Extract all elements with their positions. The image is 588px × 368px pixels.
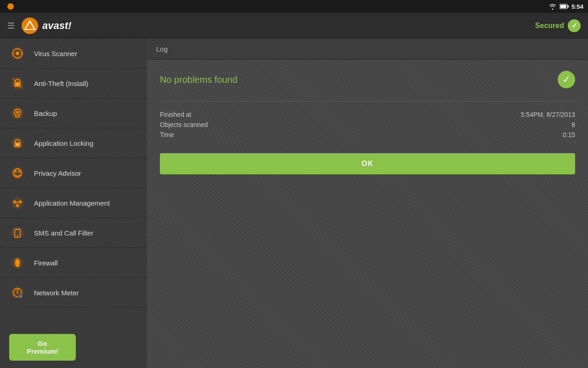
- sidebar-item-label-backup: Backup: [34, 109, 57, 117]
- time-value: 0:15: [563, 131, 575, 138]
- sidebar-item-backup[interactable]: Backup: [0, 98, 147, 128]
- hamburger-menu[interactable]: ☰: [7, 21, 15, 31]
- sidebar-item-firewall[interactable]: Firewall: [0, 248, 147, 278]
- secured-label: Secured: [535, 22, 564, 30]
- time-label: Time: [160, 131, 174, 138]
- secured-check-icon: ✓: [568, 19, 581, 32]
- status-time: 5:54: [571, 3, 583, 10]
- status-bar: 5:54: [0, 0, 588, 13]
- content-area: Log No problems found ✓ Finished at 5:54…: [147, 39, 588, 368]
- content-header: Log: [147, 39, 588, 60]
- wifi-icon: [548, 3, 557, 10]
- main-layout: Virus Scanner Anti-Theft (Install): [0, 39, 588, 368]
- no-problems-row: No problems found ✓: [160, 71, 575, 88]
- app-management-icon: [9, 195, 26, 211]
- content-header-title: Log: [156, 45, 168, 53]
- content-body: No problems found ✓ Finished at 5:54PM, …: [147, 60, 588, 368]
- notification-dot: [7, 3, 14, 10]
- sidebar-item-anti-theft[interactable]: Anti-Theft (Install): [0, 69, 147, 98]
- avast-logo-icon: [21, 17, 39, 34]
- virus-scanner-icon: [9, 45, 26, 62]
- svg-point-26: [18, 171, 21, 173]
- time-row: Time 0:15: [160, 131, 575, 138]
- objects-scanned-row: Objects scanned 8: [160, 121, 575, 128]
- firewall-icon: [9, 254, 26, 271]
- top-bar: ☰ avast! Secured ✓: [0, 13, 588, 39]
- ok-button[interactable]: OK: [160, 153, 575, 174]
- sidebar-item-label-sms-filter: SMS and Call Filter: [34, 229, 93, 237]
- objects-scanned-label: Objects scanned: [160, 121, 208, 128]
- network-meter-icon: i: [9, 284, 26, 301]
- sms-filter-icon: [9, 224, 26, 241]
- go-premium-button[interactable]: Go Premium!: [9, 334, 76, 361]
- divider: [160, 101, 575, 102]
- premium-btn-wrapper: Go Premium!: [0, 327, 147, 368]
- avast-logo: avast!: [21, 17, 72, 34]
- finished-at-label: Finished at: [160, 111, 191, 118]
- svg-point-19: [16, 111, 19, 114]
- svg-point-22: [17, 144, 18, 145]
- sidebar-item-network-meter[interactable]: i Network Meter: [0, 278, 147, 308]
- app-locking-icon: [9, 135, 26, 151]
- sidebar-item-app-locking[interactable]: Application Locking: [0, 128, 147, 158]
- svg-point-25: [15, 171, 17, 173]
- finished-at-row: Finished at 5:54PM, 8/27/2013: [160, 111, 575, 118]
- avast-logo-text: avast!: [42, 20, 72, 32]
- sidebar-item-app-management[interactable]: Application Management: [0, 188, 147, 218]
- svg-text:i: i: [20, 295, 21, 298]
- status-icons: 5:54: [548, 3, 583, 10]
- sidebar-item-virus-scanner[interactable]: Virus Scanner: [0, 39, 147, 69]
- svg-rect-2: [560, 5, 566, 8]
- svg-point-37: [17, 235, 18, 236]
- sidebar-item-privacy-advisor[interactable]: Privacy Advisor: [0, 158, 147, 188]
- sidebar-item-label-firewall: Firewall: [34, 259, 58, 267]
- svg-rect-36: [16, 229, 19, 230]
- backup-icon: [9, 105, 26, 121]
- sidebar-item-label-app-locking: Application Locking: [34, 139, 93, 147]
- svg-point-27: [17, 168, 18, 170]
- finished-at-value: 5:54PM, 8/27/2013: [521, 111, 575, 118]
- sidebar-item-label-virus-scanner: Virus Scanner: [34, 50, 77, 58]
- sidebar: Virus Scanner Anti-Theft (Install): [0, 39, 147, 368]
- sidebar-item-label-app-management: Application Management: [34, 199, 110, 207]
- svg-point-43: [17, 292, 18, 293]
- sidebar-item-label-privacy-advisor: Privacy Advisor: [34, 169, 81, 177]
- battery-icon: [560, 4, 569, 9]
- privacy-advisor-icon: [9, 165, 26, 181]
- objects-scanned-value: 8: [571, 121, 575, 128]
- sidebar-item-label-anti-theft: Anti-Theft (Install): [34, 80, 88, 87]
- no-problems-check-icon: ✓: [558, 71, 575, 88]
- svg-rect-1: [567, 6, 569, 8]
- scan-info-grid: Finished at 5:54PM, 8/27/2013 Objects sc…: [160, 111, 575, 138]
- sidebar-spacer: [0, 308, 147, 327]
- anti-theft-icon: [9, 75, 26, 92]
- sidebar-item-sms-filter[interactable]: SMS and Call Filter: [0, 218, 147, 248]
- svg-point-8: [16, 52, 19, 55]
- sidebar-item-label-network-meter: Network Meter: [34, 289, 79, 297]
- no-problems-text: No problems found: [160, 75, 237, 85]
- secured-badge: Secured ✓: [535, 19, 581, 32]
